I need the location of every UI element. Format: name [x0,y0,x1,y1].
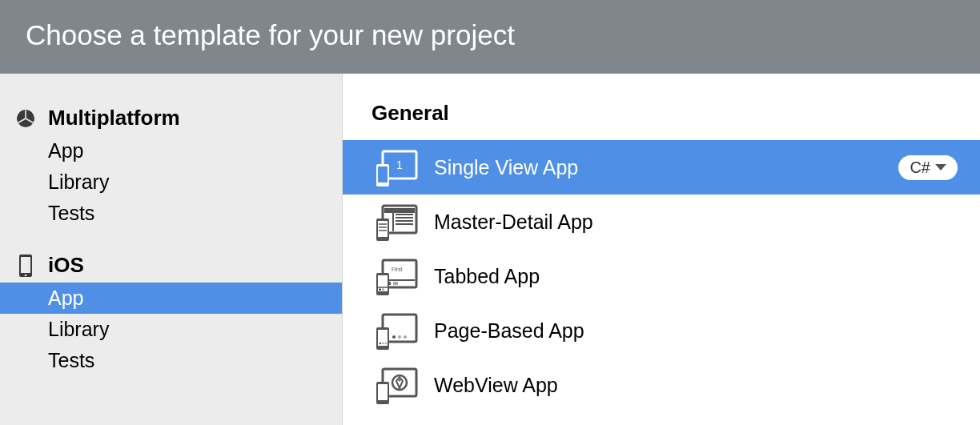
svg-text:First: First [392,267,403,272]
ios-icon [14,254,37,278]
dialog-title: Choose a template for your new project [26,19,515,50]
sidebar-item-multiplatform-library[interactable]: Library [0,166,342,198]
master-detail-app-icon [372,201,420,243]
sidebar-category-ios[interactable]: iOS [0,248,342,283]
tabbed-app-icon: First [372,255,420,297]
svg-point-42 [382,343,384,345]
sidebar-item-ios-tests[interactable]: Tests [0,345,342,376]
template-tabbed-app[interactable]: First Tabbed App [343,249,980,303]
template-label: Single View App [434,156,898,179]
template-label: Master-Detail App [434,210,958,234]
template-list: General 1 Single View App C# [343,74,980,425]
svg-rect-34 [382,289,384,291]
sidebar-item-ios-library[interactable]: Library [0,314,342,345]
svg-text:1: 1 [396,158,403,171]
section-title: General [343,101,980,140]
svg-point-43 [385,343,388,345]
svg-point-38 [404,335,407,339]
svg-rect-14 [384,208,415,213]
page-based-app-icon [372,310,420,351]
svg-rect-21 [378,221,388,237]
svg-point-46 [399,379,401,382]
svg-rect-29 [393,282,398,285]
template-webview-app[interactable]: WebView App [343,358,980,412]
template-page-based-app[interactable]: Page-Based App [343,303,980,358]
svg-point-41 [380,343,382,345]
sidebar-category-label: iOS [48,253,84,278]
svg-rect-48 [378,384,388,400]
language-label: C# [910,158,930,177]
chevron-down-icon [935,164,946,170]
webview-app-icon [372,364,420,406]
single-view-app-icon: 1 [372,146,420,188]
template-label: Page-Based App [434,319,958,343]
multiplatform-icon [14,108,37,129]
svg-point-36 [392,335,396,339]
sidebar-item-multiplatform-app[interactable]: App [0,135,342,166]
sidebar-category-label: Multiplatform [48,106,180,130]
template-label: WebView App [434,374,958,397]
language-selector[interactable]: C# [898,155,958,180]
sidebar-category-multiplatform[interactable]: Multiplatform [0,101,342,135]
svg-point-7 [25,274,27,276]
template-label: Tabbed App [434,265,958,288]
dialog-header: Choose a template for your new project [0,0,980,74]
sidebar: Multiplatform App Library Tests iOS App … [0,74,343,425]
svg-rect-33 [379,289,381,291]
svg-rect-6 [21,257,30,273]
sidebar-item-ios-app[interactable]: App [0,283,342,314]
svg-point-37 [398,335,401,339]
template-master-detail-app[interactable]: Master-Detail App [343,194,980,249]
sidebar-item-multiplatform-tests[interactable]: Tests [0,198,342,229]
template-single-view-app[interactable]: 1 Single View App C# [343,140,980,194]
